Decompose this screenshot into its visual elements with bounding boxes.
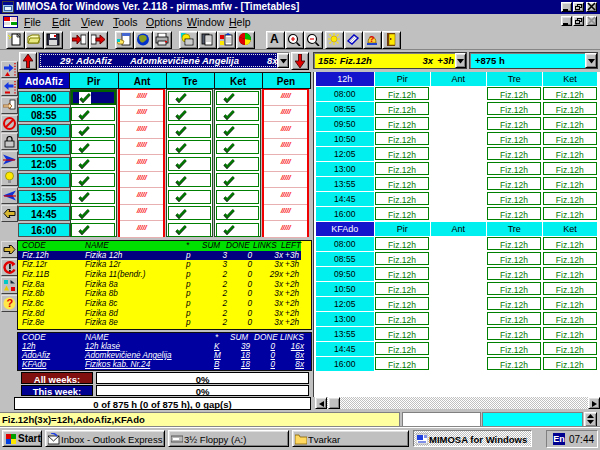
svg-text:?: ? <box>369 34 375 44</box>
